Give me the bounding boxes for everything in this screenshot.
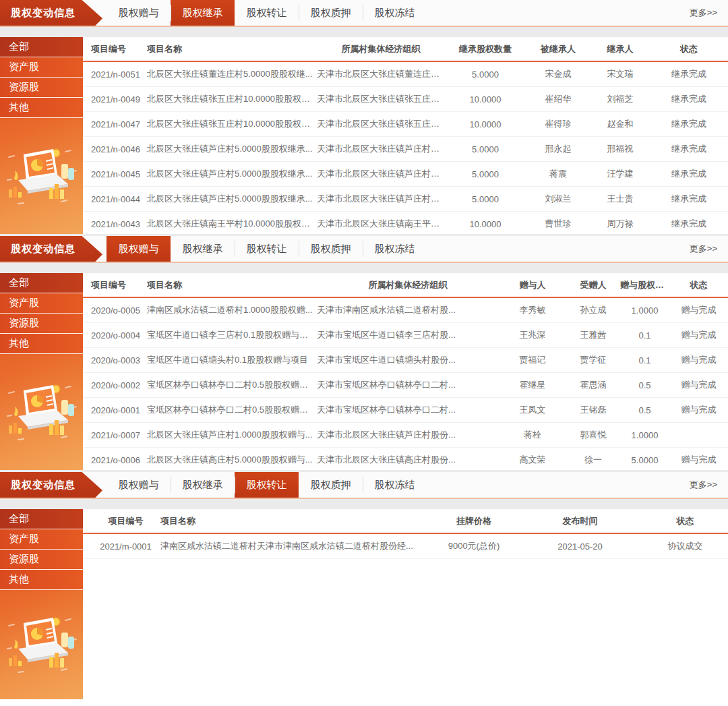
table-row[interactable]: 2021/m-0001津南区咸水沽镇二道桥村天津市津南区咸水沽镇二道桥村股份经.…: [83, 534, 728, 559]
table-row[interactable]: 2020/o-0003宝坻区牛道口镇塘头村0.1股股权赠与项目天津市宝坻区牛道口…: [83, 348, 728, 373]
section-3-sidebar-item-2[interactable]: 资产股: [0, 529, 83, 550]
section-1-tab-1[interactable]: 股权赠与: [107, 0, 171, 26]
cell-gift-quantity: 0.5: [620, 380, 669, 390]
section-2-sidebar-item-3[interactable]: 资源股: [0, 314, 83, 334]
more-link[interactable]: 更多>>: [690, 472, 728, 498]
cell-village-org: 天津市宝坻区林亭口镇林亭口二村...: [317, 404, 499, 416]
table-row[interactable]: 2020/o-0004宝坻区牛道口镇李三店村0.1股股权赠与项目天津市宝坻区牛道…: [83, 323, 728, 348]
equity-change-section-3: 股权变动信息 股权赠与股权继承股权转让股权质押股权冻结 更多>> 全部资产股资源…: [0, 472, 728, 706]
more-link[interactable]: 更多>>: [690, 236, 728, 262]
cell-heir: 宋文瑞: [590, 68, 650, 80]
cell-decedent: 刘淑兰: [526, 193, 590, 205]
cell-gift-quantity: 1.0000: [620, 430, 669, 440]
cell-project-id: 2021/n-0049: [83, 94, 147, 105]
cell-project-name: 北辰区大张庄镇张五庄村10.0000股股权继...: [147, 93, 317, 105]
cell-publish-date: 2021-05-20: [518, 541, 642, 552]
section-tabbar: 股权变动信息 股权赠与股权继承股权转让股权质押股权冻结 更多>>: [0, 236, 728, 263]
section-2-tab-4[interactable]: 股权质押: [299, 236, 363, 262]
table-row[interactable]: 2020/o-0002宝坻区林亭口镇林亭口二村0.5股股权赠与...天津市宝坻区…: [83, 373, 728, 398]
section-2-tab-1[interactable]: 股权赠与: [107, 236, 171, 262]
cell-status: 继承完成: [650, 118, 728, 130]
cell-inherit-quantity: 10.0000: [445, 94, 526, 105]
illustration-wrap: [0, 118, 83, 234]
cell-gift-quantity: 5.0000: [620, 455, 669, 465]
table-row[interactable]: 2020/o-0001宝坻区林亭口镇林亭口二村0.5股股权赠与...天津市宝坻区…: [83, 398, 728, 423]
section-3-sidebar-item-1[interactable]: 全部: [0, 509, 83, 529]
cell-donor: 高文荣: [499, 454, 566, 466]
section-2-sidebar-item-4[interactable]: 其他: [0, 334, 83, 354]
cell-project-id: 2020/o-0005: [83, 305, 147, 316]
cell-project-name: 宝坻区林亭口镇林亭口二村0.5股股权赠与...: [147, 404, 317, 416]
cell-project-id: 2021/n-0044: [83, 194, 147, 204]
cell-project-id: 2020/o-0001: [83, 405, 147, 415]
cell-status: 继承完成: [650, 193, 728, 205]
table-row[interactable]: 2021/n-0043北辰区大张庄镇南王平村10.0000股股权继...天津市北…: [83, 212, 728, 234]
cell-inherit-quantity: 10.0000: [445, 119, 526, 129]
section-tabbar: 股权变动信息 股权赠与股权继承股权转让股权质押股权冻结 更多>>: [0, 472, 728, 499]
cell-project-name: 北辰区大张庄镇芦庄村5.0000股股权继承...: [147, 193, 317, 205]
cell-village-org: 天津市北辰区大张庄镇芦庄村股份...: [317, 143, 445, 155]
cell-recipient: 王铭磊: [566, 404, 620, 416]
section-banner-ribbon: 股权变动信息: [0, 472, 102, 498]
section-body: 全部资产股资源股其他: [0, 273, 728, 470]
section-1-sidebar-item-4[interactable]: 其他: [0, 98, 83, 118]
section-3-tab-1[interactable]: 股权赠与: [107, 472, 171, 498]
data-table: 项目编号项目名称所属村集体经济组织继承股权数量被继承人继承人状态 2021/n-…: [83, 37, 728, 234]
cell-project-name: 北辰区大张庄镇董连庄村5.0000股股权继...: [147, 68, 317, 80]
section-2-tab-3[interactable]: 股权转让: [235, 236, 299, 262]
table-row[interactable]: 2021/n-0044北辰区大张庄镇芦庄村5.0000股股权继承...天津市北辰…: [83, 187, 728, 212]
cell-village-org: 天津市北辰区大张庄镇芦庄村股份...: [317, 429, 499, 441]
table-row[interactable]: 2021/n-0047北辰区大张庄镇张五庄村10.0000股股权继...天津市北…: [83, 112, 728, 137]
cell-project-id: 2021/n-0043: [83, 219, 147, 229]
cell-donor: 蒋栓: [499, 429, 566, 441]
section-1-tab-2[interactable]: 股权继承: [171, 0, 235, 26]
cell-village-org: 天津市北辰区大张庄镇张五庄村股...: [317, 93, 445, 105]
cell-status: 赠与完成: [669, 329, 728, 341]
table-row[interactable]: 2021/n-0046北辰区大张庄镇芦庄村5.0000股股权继承...天津市北辰…: [83, 137, 728, 162]
section-3-tab-3[interactable]: 股权转让: [235, 472, 299, 498]
column-header-inherit-quantity: 继承股权数量: [445, 43, 526, 55]
cell-decedent: 宋金成: [526, 68, 590, 80]
section-3-tab-2[interactable]: 股权继承: [171, 472, 235, 498]
section-3-sidebar-item-4[interactable]: 其他: [0, 570, 83, 590]
column-header-village-org: 所属村集体经济组织: [317, 279, 499, 291]
cell-recipient: 孙立成: [566, 304, 620, 316]
category-sidebar: 全部资产股资源股其他: [0, 37, 83, 234]
table-row[interactable]: 2021/n-0045北辰区大张庄镇芦庄村5.0000股股权继承...天津市北辰…: [83, 162, 728, 187]
section-1-sidebar-item-1[interactable]: 全部: [0, 37, 83, 57]
section-2-sidebar-item-1[interactable]: 全部: [0, 273, 83, 293]
section-1-sidebar-item-2[interactable]: 资产股: [0, 57, 83, 78]
cell-donor: 贾福记: [499, 354, 566, 366]
cell-project-id: 2020/o-0003: [83, 355, 147, 365]
table-header-row: 项目编号项目名称所属村集体经济组织继承股权数量被继承人继承人状态: [83, 37, 728, 62]
table-row[interactable]: 2021/n-0049北辰区大张庄镇张五庄村10.0000股股权继...天津市北…: [83, 87, 728, 112]
equity-change-section-2: 股权变动信息 股权赠与股权继承股权转让股权质押股权冻结 更多>> 全部资产股资源…: [0, 236, 728, 470]
section-2-tab-2[interactable]: 股权继承: [171, 236, 235, 262]
cell-inherit-quantity: 5.0000: [445, 169, 526, 179]
cell-project-name: 津南区咸水沽镇二道桥村天津市津南区咸水沽镇二道桥村股份经...: [160, 540, 430, 552]
more-link[interactable]: 更多>>: [690, 0, 728, 26]
section-title: 股权变动信息: [11, 7, 75, 20]
cell-village-org: 天津市北辰区大张庄镇芦庄村股份...: [317, 168, 445, 180]
section-2-sidebar-item-2[interactable]: 资产股: [0, 293, 83, 314]
column-header-status: 状态: [642, 515, 728, 527]
section-1-tab-4[interactable]: 股权质押: [299, 0, 363, 26]
table-row[interactable]: 2020/o-0005津南区咸水沽镇二道桥村1.0000股股权赠...天津市津南…: [83, 298, 728, 323]
cell-project-name: 北辰区大张庄镇芦庄村1.0000股股权赠与...: [147, 429, 317, 441]
section-1-tab-5[interactable]: 股权冻结: [363, 0, 427, 26]
section-3-sidebar-item-3[interactable]: 资源股: [0, 550, 83, 570]
table-row[interactable]: 2021/o-0007北辰区大张庄镇芦庄村1.0000股股权赠与...天津市北辰…: [83, 423, 728, 448]
section-3-tab-5[interactable]: 股权冻结: [363, 472, 427, 498]
section-2-tab-5[interactable]: 股权冻结: [363, 236, 427, 262]
cell-village-org: 天津市北辰区大张庄镇芦庄村股份...: [317, 193, 445, 205]
section-1-tab-3[interactable]: 股权转让: [235, 0, 299, 26]
section-tabbar: 股权变动信息 股权赠与股权继承股权转让股权质押股权冻结 更多>>: [0, 0, 728, 27]
section-1-sidebar-item-3[interactable]: 资源股: [0, 78, 83, 98]
column-header-donor: 赠与人: [499, 279, 566, 291]
column-header-publish-date: 发布时间: [518, 515, 642, 527]
table-row[interactable]: 2021/n-0051北辰区大张庄镇董连庄村5.0000股股权继...天津市北辰…: [83, 62, 728, 87]
data-table: 项目编号项目名称所属村集体经济组织赠与人受赠人赠与股权数量状态 2020/o-0…: [83, 273, 728, 470]
cell-project-name: 北辰区大张庄镇芦庄村5.0000股股权继承...: [147, 143, 317, 155]
table-row[interactable]: 2021/o-0006北辰区大张庄镇高庄村5.0000股股权赠与...天津市北辰…: [83, 448, 728, 470]
section-3-tab-4[interactable]: 股权质押: [299, 472, 363, 498]
